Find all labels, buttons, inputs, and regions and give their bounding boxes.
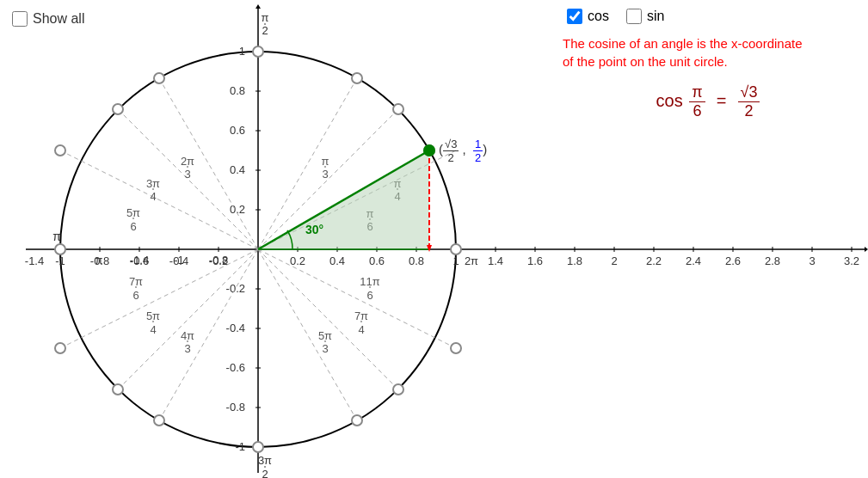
svg-point-133 — [55, 343, 65, 353]
svg-text:-0.2: -0.2 — [226, 282, 245, 295]
svg-point-141 — [253, 46, 263, 57]
svg-point-134 — [113, 384, 123, 395]
svg-text:-0.6: -0.6 — [130, 254, 149, 267]
svg-text:6: 6 — [130, 220, 136, 233]
svg-text:3π: 3π — [258, 454, 272, 467]
svg-text:4: 4 — [358, 323, 364, 336]
svg-text:7π: 7π — [129, 275, 143, 288]
svg-text:3.2: 3.2 — [844, 254, 859, 267]
svg-text:2π: 2π — [181, 155, 194, 168]
svg-text:0.2: 0.2 — [290, 254, 305, 267]
svg-text:0.8: 0.8 — [230, 84, 245, 97]
svg-text:0.6: 0.6 — [369, 254, 385, 267]
svg-text:4π: 4π — [181, 329, 194, 342]
svg-text:-0.8: -0.8 — [90, 254, 109, 267]
svg-text:-1.4: -1.4 — [25, 254, 44, 267]
svg-text:π: π — [262, 11, 269, 24]
svg-point-137 — [352, 415, 362, 426]
svg-text:4: 4 — [150, 190, 156, 203]
svg-text:0.4: 0.4 — [329, 254, 345, 267]
svg-text:2.6: 2.6 — [725, 254, 741, 267]
svg-text:1: 1 — [239, 45, 245, 58]
svg-text:π: π — [52, 230, 61, 243]
coord-label: ( √3 2 , 1 2 ) — [439, 138, 487, 164]
svg-line-83 — [60, 150, 258, 249]
svg-text:3: 3 — [809, 254, 815, 267]
svg-text:7π: 7π — [354, 309, 368, 322]
svg-point-128 — [352, 73, 362, 83]
svg-text:-0.2: -0.2 — [209, 254, 228, 267]
svg-line-88 — [258, 249, 398, 389]
svg-point-136 — [253, 442, 263, 452]
svg-point-130 — [113, 104, 123, 114]
svg-point-140 — [451, 244, 461, 254]
svg-text:2.4: 2.4 — [686, 254, 701, 267]
svg-text:2: 2 — [611, 254, 617, 267]
svg-text:π: π — [322, 155, 329, 168]
svg-text:4: 4 — [150, 323, 156, 336]
svg-point-135 — [154, 415, 164, 426]
svg-text:5π: 5π — [146, 309, 160, 322]
svg-text:-1: -1 — [55, 254, 65, 267]
svg-text:3: 3 — [322, 168, 328, 181]
svg-text:-0.4: -0.4 — [226, 322, 245, 334]
svg-point-148 — [423, 144, 435, 156]
svg-text:5π: 5π — [318, 329, 332, 342]
svg-text:1.8: 1.8 — [567, 254, 582, 267]
svg-text:2π: 2π — [465, 254, 478, 267]
svg-point-127 — [393, 104, 403, 114]
svg-text:-0.6: -0.6 — [226, 361, 245, 374]
svg-text:6: 6 — [366, 289, 372, 302]
svg-text:1: 1 — [452, 254, 459, 267]
svg-text:11π: 11π — [360, 275, 379, 288]
svg-text:6: 6 — [132, 289, 139, 302]
svg-point-138 — [393, 384, 403, 395]
svg-text:2: 2 — [262, 24, 268, 37]
svg-text:2: 2 — [262, 468, 268, 478]
svg-text:1.6: 1.6 — [527, 254, 543, 267]
svg-line-89 — [258, 249, 456, 348]
svg-text:30°: 30° — [305, 223, 323, 236]
svg-text:5π: 5π — [126, 206, 140, 219]
svg-text:0.4: 0.4 — [230, 163, 245, 176]
svg-text:0.8: 0.8 — [409, 254, 424, 267]
svg-text:1.4: 1.4 — [488, 254, 503, 267]
svg-text:-0.8: -0.8 — [226, 401, 245, 414]
main-canvas: -1.4 -1 π -0.8 -1 -1.4 -0.8 -0 — [0, 0, 868, 478]
svg-point-131 — [55, 145, 65, 156]
svg-marker-2 — [865, 247, 868, 252]
svg-text:2.8: 2.8 — [765, 254, 780, 267]
svg-text:3: 3 — [184, 168, 190, 181]
svg-point-139 — [451, 343, 461, 353]
svg-text:-1: -1 — [235, 440, 245, 453]
svg-text:0.6: 0.6 — [230, 124, 245, 137]
svg-text:3π: 3π — [146, 177, 160, 190]
svg-line-87 — [258, 249, 357, 420]
svg-marker-3 — [255, 4, 261, 9]
svg-point-132 — [55, 244, 65, 254]
svg-text:3: 3 — [322, 342, 328, 355]
svg-text:3: 3 — [184, 342, 190, 355]
svg-point-129 — [154, 73, 164, 83]
svg-line-86 — [159, 249, 258, 420]
svg-text:-0.4: -0.4 — [169, 254, 188, 267]
svg-text:2.2: 2.2 — [646, 254, 662, 267]
